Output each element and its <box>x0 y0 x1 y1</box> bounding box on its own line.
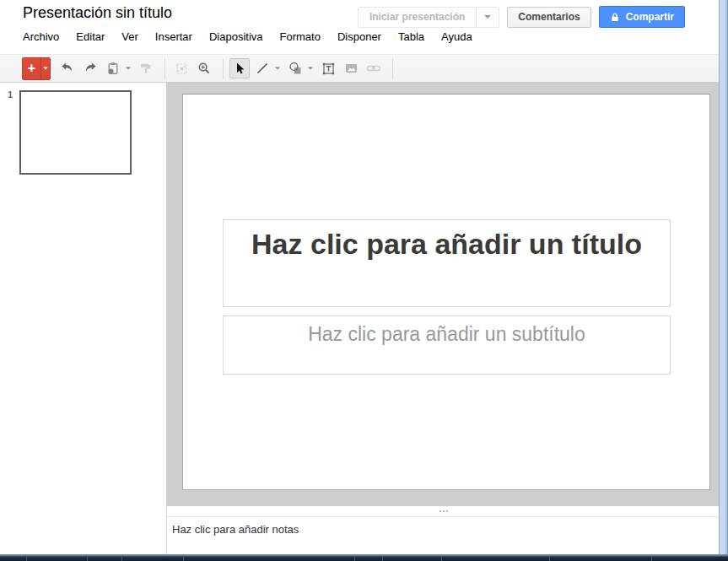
image-icon <box>344 62 359 75</box>
new-slide-dropdown[interactable] <box>40 58 50 79</box>
document-title[interactable]: Presentación sin título <box>23 4 172 22</box>
plus-icon: + <box>23 58 40 79</box>
lock-icon <box>610 12 620 23</box>
paint-roller-icon <box>139 62 153 75</box>
menu-formato[interactable]: Formato <box>274 29 326 45</box>
menu-editar[interactable]: Editar <box>70 29 111 45</box>
chevron-down-icon <box>484 15 491 19</box>
workspace: 1 Haz clic para añadir un título Haz cli… <box>0 83 728 554</box>
taskbar-separator <box>549 557 550 561</box>
chevron-down-icon <box>43 67 48 70</box>
toolbar-separator <box>164 58 165 79</box>
chevron-down-icon <box>275 67 280 69</box>
zoom-to-fit-icon <box>175 62 189 76</box>
taskbar-separator <box>121 557 122 561</box>
taskbar-separator <box>441 557 442 561</box>
zoom-in-button[interactable] <box>194 58 214 78</box>
title-placeholder[interactable]: Haz clic para añadir un título <box>223 219 671 307</box>
redo-button[interactable] <box>80 58 100 78</box>
menu-bar: Archivo Editar Ver Insertar Diapositiva … <box>17 29 483 45</box>
taskbar-separator <box>26 557 27 561</box>
link-icon <box>366 62 381 75</box>
slide-number: 1 <box>8 89 13 100</box>
taskbar-separator <box>354 557 355 561</box>
header-actions: Iniciar presentación Comentarios Compart… <box>358 6 685 28</box>
notes-input[interactable]: Haz clic para añadir notas <box>167 517 719 536</box>
shape-tool-button[interactable] <box>285 58 305 78</box>
slide-page[interactable]: Haz clic para añadir un título Haz clic … <box>182 94 710 490</box>
paste-dropdown[interactable] <box>123 58 133 78</box>
taskbar-separator <box>87 557 88 561</box>
new-slide-button[interactable]: + <box>22 57 51 80</box>
paste-icon <box>106 62 120 75</box>
text-box-button[interactable] <box>318 58 338 78</box>
menu-ver[interactable]: Ver <box>116 29 144 45</box>
slide-canvas[interactable]: Haz clic para añadir un título Haz clic … <box>166 83 719 506</box>
chevron-down-icon <box>308 67 313 69</box>
text-box-icon <box>321 62 336 76</box>
speaker-notes-panel: Haz clic para añadir notas <box>166 506 719 554</box>
menu-tabla[interactable]: Tabla <box>392 29 430 45</box>
line-tool-button[interactable] <box>252 58 272 78</box>
menu-diapositiva[interactable]: Diapositiva <box>203 29 269 45</box>
menu-archivo[interactable]: Archivo <box>17 29 65 45</box>
toolbar-separator <box>392 58 393 79</box>
share-button[interactable]: Compartir <box>599 6 685 28</box>
paste-button[interactable] <box>103 58 123 78</box>
window-border-right <box>719 0 728 554</box>
insert-link-button[interactable] <box>364 58 384 78</box>
undo-button[interactable] <box>57 58 78 78</box>
menu-ayuda[interactable]: Ayuda <box>435 29 478 45</box>
redo-icon <box>84 62 97 75</box>
zoom-in-icon <box>197 62 211 75</box>
taskbar-separator <box>651 557 652 561</box>
menu-disponer[interactable]: Disponer <box>332 29 387 45</box>
toolbar: + <box>0 54 728 83</box>
menu-insertar[interactable]: Insertar <box>149 29 198 45</box>
shape-tool-dropdown[interactable] <box>305 58 315 78</box>
paint-format-button[interactable] <box>136 58 156 78</box>
start-presentation-button[interactable]: Iniciar presentación <box>358 7 477 28</box>
notes-resize-handle[interactable] <box>167 506 719 517</box>
share-button-label: Compartir <box>626 11 674 23</box>
start-presentation-dropdown[interactable] <box>477 7 499 28</box>
subtitle-placeholder[interactable]: Haz clic para añadir un subtítulo <box>223 316 671 375</box>
comments-button[interactable]: Comentarios <box>507 7 590 28</box>
line-tool-dropdown[interactable] <box>272 58 283 78</box>
drag-dots-icon <box>443 510 445 512</box>
main-area: Haz clic para añadir un título Haz clic … <box>166 83 719 554</box>
taskbar-separator <box>183 557 184 561</box>
zoom-to-fit-button[interactable] <box>171 58 191 78</box>
cursor-arrow-icon <box>233 62 246 75</box>
toolbar-separator <box>223 58 224 79</box>
filmstrip-panel: 1 <box>0 83 166 554</box>
line-icon <box>256 62 269 75</box>
chevron-down-icon <box>126 67 131 69</box>
taskbar-separator <box>382 557 383 561</box>
insert-image-button[interactable] <box>341 58 361 78</box>
header: Presentación sin título Iniciar presenta… <box>0 0 728 54</box>
select-tool-button[interactable] <box>229 58 250 78</box>
undo-icon <box>61 62 74 75</box>
shape-icon <box>289 62 303 76</box>
slide-thumbnail[interactable] <box>19 90 132 175</box>
google-slides-window: Presentación sin título Iniciar presenta… <box>0 0 728 561</box>
start-presentation-group: Iniciar presentación <box>358 7 499 28</box>
os-taskbar[interactable] <box>0 554 728 561</box>
